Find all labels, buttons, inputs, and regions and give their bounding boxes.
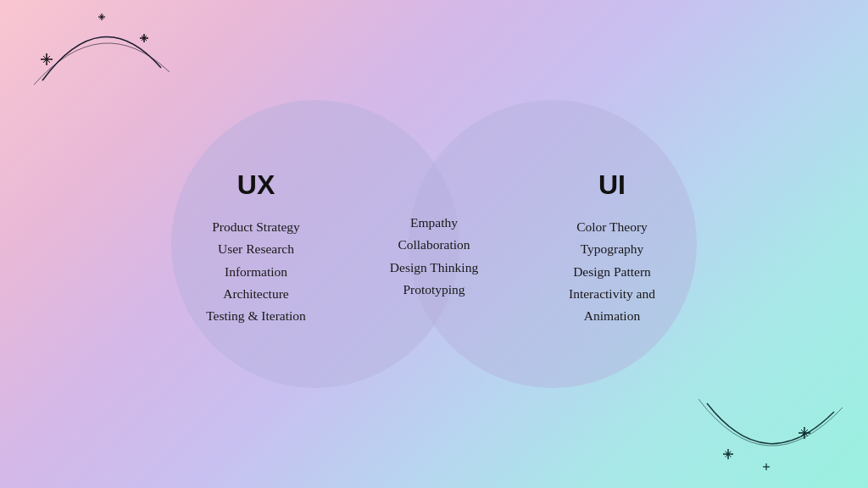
ux-title: UX	[171, 169, 341, 201]
ux-item-3: InformationArchitecture	[171, 260, 341, 305]
middle-item-2: Collaboration	[362, 234, 506, 256]
overlap-section: Empathy Collaboration Design Thinking Pr…	[362, 161, 506, 301]
middle-item-4: Prototyping	[362, 279, 506, 301]
middle-item-3: Design Thinking	[362, 256, 506, 278]
venn-diagram: UX Product Strategy User Research Inform…	[146, 75, 722, 413]
ui-section: UI Color Theory Typography Design Patter…	[527, 161, 697, 328]
ux-item-1: Product Strategy	[171, 216, 341, 238]
ux-item-2: User Research	[171, 238, 341, 260]
venn-wrapper: UX Product Strategy User Research Inform…	[171, 83, 697, 405]
ui-title: UI	[527, 169, 697, 201]
ui-item-3: Design Pattern	[527, 260, 697, 282]
middle-item-1: Empathy	[362, 212, 506, 234]
ux-section: UX Product Strategy User Research Inform…	[171, 161, 341, 328]
ui-item-2: Typography	[527, 238, 697, 260]
ui-item-4: Interactivity andAnimation	[527, 283, 697, 328]
ui-item-1: Color Theory	[527, 216, 697, 238]
content-row: UX Product Strategy User Research Inform…	[171, 161, 697, 328]
ux-item-4: Testing & Iteration	[171, 305, 341, 327]
